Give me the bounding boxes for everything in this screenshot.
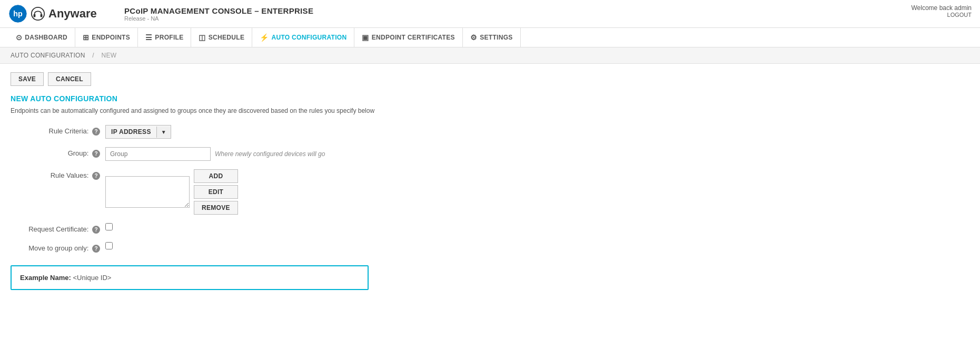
remove-button[interactable]: REMOVE <box>194 201 238 215</box>
nav-item-profile[interactable]: ☰ PROFILE <box>138 28 191 47</box>
rule-values-label-text: Rule Values: <box>51 171 89 179</box>
cancel-button[interactable]: CANCEL <box>48 72 91 86</box>
header: hp Anyware PCoIP MANAGEMENT CONSOLE – EN… <box>0 0 980 28</box>
rule-action-buttons: ADD EDIT REMOVE <box>194 169 238 215</box>
example-box-label: Example Name: <box>20 274 71 282</box>
request-certificate-checkbox[interactable] <box>105 223 113 230</box>
rule-values-control: ADD EDIT REMOVE <box>105 169 238 215</box>
nav-label-dashboard: DASHBOARD <box>25 34 67 41</box>
endpoints-icon: ⊞ <box>83 33 89 42</box>
hp-logo-icon: hp <box>8 4 27 23</box>
app-subtitle: Release - NA <box>124 15 972 22</box>
request-certificate-row: Request Certificate: ? <box>16 223 969 234</box>
nav-item-endpoint-certificates[interactable]: ▣ ENDPOINT CERTIFICATES <box>354 28 462 47</box>
rule-criteria-dropdown[interactable]: IP ADDRESS ▼ <box>105 125 171 139</box>
rule-criteria-label-text: Rule Criteria: <box>49 127 89 135</box>
header-right: Welcome back admin LOGOUT <box>912 4 972 18</box>
welcome-text: Welcome back admin <box>912 4 972 12</box>
form-description: Endpoints can be automatically configure… <box>11 107 969 114</box>
move-to-group-control <box>105 242 113 249</box>
example-box-value: <Unique ID> <box>73 274 111 282</box>
rule-criteria-label: Rule Criteria: ? <box>16 125 105 136</box>
nav-bar: ⊙ DASHBOARD ⊞ ENDPOINTS ☰ PROFILE ◫ SCHE… <box>0 28 980 47</box>
request-cert-label-text: Request Certificate: <box>28 225 88 233</box>
nav-label-profile: PROFILE <box>155 34 183 41</box>
move-to-group-label-text: Move to group only: <box>28 244 88 252</box>
svg-text:hp: hp <box>13 9 23 18</box>
rule-values-help-icon[interactable]: ? <box>92 172 100 180</box>
svg-rect-4 <box>41 14 43 17</box>
nav-label-schedule: SCHEDULE <box>209 34 244 41</box>
app-title-area: PCoIP MANAGEMENT CONSOLE – ENTERPRISE Re… <box>124 6 972 22</box>
move-to-group-row: Move to group only: ? <box>16 242 969 253</box>
nav-label-settings: SETTINGS <box>480 34 512 41</box>
nav-item-dashboard[interactable]: ⊙ DASHBOARD <box>8 28 75 47</box>
nav-label-endpoints: ENDPOINTS <box>92 34 130 41</box>
group-hint: Where newly configured devices will go <box>215 150 325 158</box>
group-control: Where newly configured devices will go <box>105 147 325 161</box>
app-title: PCoIP MANAGEMENT CONSOLE – ENTERPRISE <box>124 6 972 15</box>
nav-item-settings[interactable]: ⚙ SETTINGS <box>463 28 521 47</box>
request-certificate-label: Request Certificate: ? <box>16 223 105 234</box>
breadcrumb-separator: / <box>92 52 94 59</box>
auto-config-icon: ⚡ <box>260 33 269 42</box>
nav-item-schedule[interactable]: ◫ SCHEDULE <box>191 28 252 47</box>
group-row: Group: ? Where newly configured devices … <box>16 147 969 161</box>
endpoint-cert-icon: ▣ <box>362 33 369 42</box>
request-cert-help-icon[interactable]: ? <box>92 226 100 234</box>
page-content: SAVE CANCEL NEW AUTO CONFIGURATION Endpo… <box>0 64 980 298</box>
edit-button[interactable]: EDIT <box>194 185 238 199</box>
group-label-text: Group: <box>68 149 89 157</box>
form-title: NEW AUTO CONFIGURATION <box>11 94 969 103</box>
logo-text: Anyware <box>48 7 97 21</box>
dropdown-arrow-icon[interactable]: ▼ <box>156 127 171 138</box>
move-to-group-checkbox[interactable] <box>105 242 113 249</box>
breadcrumb: AUTO CONFIGURATION / NEW <box>0 47 980 64</box>
rule-criteria-control: IP ADDRESS ▼ <box>105 125 171 139</box>
save-button[interactable]: SAVE <box>11 72 44 86</box>
form-area: Rule Criteria: ? IP ADDRESS ▼ Group: ? W… <box>11 125 969 253</box>
group-help-icon[interactable]: ? <box>92 150 100 158</box>
rule-criteria-row: Rule Criteria: ? IP ADDRESS ▼ <box>16 125 969 139</box>
profile-icon: ☰ <box>145 33 152 42</box>
nav-label-auto-configuration: AUTO CONFIGURATION <box>272 34 347 41</box>
anyware-headset-icon <box>31 6 45 21</box>
nav-label-endpoint-certificates: ENDPOINT CERTIFICATES <box>372 34 455 41</box>
breadcrumb-current: NEW <box>102 52 117 59</box>
example-box: Example Name: <Unique ID> <box>11 265 369 290</box>
dashboard-icon: ⊙ <box>16 33 22 42</box>
logout-button[interactable]: LOGOUT <box>912 12 972 18</box>
group-input[interactable] <box>105 147 211 161</box>
add-button[interactable]: ADD <box>194 169 238 183</box>
rule-values-row: Rule Values: ? ADD EDIT REMOVE <box>16 169 969 215</box>
logo-area: hp Anyware <box>8 4 124 23</box>
action-buttons: SAVE CANCEL <box>11 72 969 86</box>
ip-address-label: IP ADDRESS <box>106 126 156 138</box>
svg-rect-3 <box>34 14 36 17</box>
group-label: Group: ? <box>16 147 105 158</box>
rule-criteria-help-icon[interactable]: ? <box>92 128 100 136</box>
settings-icon: ⚙ <box>470 33 477 42</box>
nav-item-endpoints[interactable]: ⊞ ENDPOINTS <box>75 28 138 47</box>
move-to-group-label: Move to group only: ? <box>16 242 105 253</box>
svg-point-2 <box>32 7 44 20</box>
nav-item-auto-configuration[interactable]: ⚡ AUTO CONFIGURATION <box>252 28 354 47</box>
move-to-group-help-icon[interactable]: ? <box>92 245 100 253</box>
breadcrumb-parent[interactable]: AUTO CONFIGURATION <box>11 52 85 59</box>
rule-values-label: Rule Values: ? <box>16 169 105 180</box>
rule-values-textarea[interactable] <box>105 176 190 208</box>
schedule-icon: ◫ <box>199 33 205 42</box>
request-cert-control <box>105 223 113 230</box>
